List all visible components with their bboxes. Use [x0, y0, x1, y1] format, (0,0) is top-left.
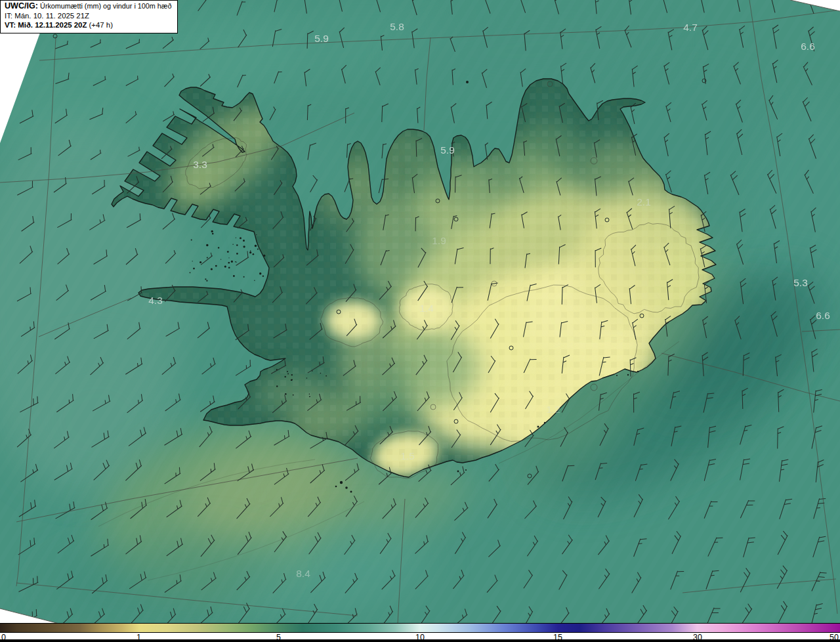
svg-text:4.3: 4.3: [148, 295, 163, 306]
svg-text:1.9: 1.9: [432, 235, 446, 246]
svg-text:1.5: 1.5: [400, 450, 415, 461]
svg-text:4.7: 4.7: [683, 22, 698, 33]
svg-text:5.3: 5.3: [793, 277, 808, 288]
svg-text:8.4: 8.4: [296, 568, 310, 579]
svg-text:5.9: 5.9: [440, 144, 455, 156]
svg-text:5.8: 5.8: [390, 21, 404, 32]
svg-text:3.3: 3.3: [193, 159, 207, 170]
svg-text:5.9: 5.9: [314, 33, 329, 44]
svg-text:2.1: 2.1: [637, 196, 651, 207]
svg-text:6.6: 6.6: [801, 41, 815, 52]
svg-text:6.6: 6.6: [816, 310, 830, 321]
svg-text:1.2: 1.2: [546, 404, 560, 415]
svg-text:1.4: 1.4: [419, 303, 434, 314]
